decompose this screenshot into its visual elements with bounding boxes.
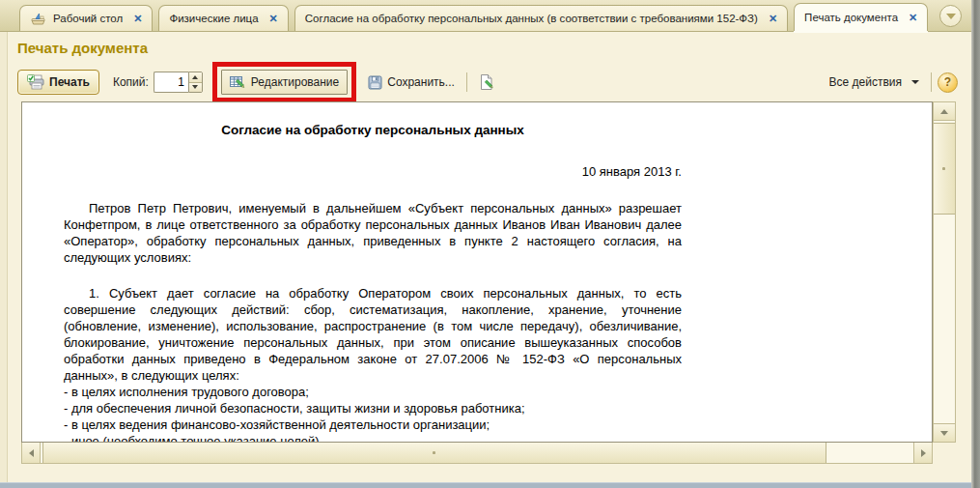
spin-down-icon[interactable] [189,83,202,93]
help-button[interactable]: ? [938,72,958,93]
question-icon: ? [944,75,951,89]
tab-individuals[interactable]: Физические лица ✕ [158,5,288,31]
document-viewer: Согласие на обработку персональных данны… [21,101,956,464]
print-form: Печать документа Печать Копий: [8,32,971,482]
edit-button[interactable]: Редактирование [221,70,348,95]
vertical-scrollbar[interactable] [933,101,956,443]
document-preview: Согласие на обработку персональных данны… [21,101,933,443]
scroll-up-button[interactable] [934,102,955,121]
arrow-left-icon [29,449,34,457]
toolbar-separator [931,72,932,92]
spin-up-icon[interactable] [189,72,202,83]
arrow-up-icon [940,109,948,114]
save-button-label: Сохранить... [387,75,455,89]
print-button[interactable]: Печать [17,70,99,95]
list-item: - для обеспечения личной безопасности, з… [64,400,682,416]
document-page: Согласие на обработку персональных данны… [64,122,682,443]
save-button[interactable]: Сохранить... [362,72,461,94]
copies-label: Копий: [113,75,149,89]
horizontal-scrollbar[interactable] [21,443,933,464]
page-edit-icon [479,74,494,90]
tab-list-button[interactable] [939,5,962,27]
list-item: - иное (необходимо точное указание целей… [64,433,682,443]
arrow-down-icon [940,431,948,436]
tab-label: Физические лица [169,13,258,24]
table-edit-icon [230,74,246,90]
close-tab-icon[interactable]: ✕ [909,12,917,24]
document-title: Согласие на обработку персональных данны… [64,122,682,138]
copies-input[interactable] [154,72,188,93]
highlight-annotation: Редактирование [212,62,356,102]
scroll-right-button[interactable] [913,443,932,463]
copies-spin-buttons[interactable] [188,72,203,93]
edit-button-label: Редактирование [251,75,339,89]
page-edit-button[interactable] [473,71,500,94]
document-paragraph: Петров Петр Петрович, именуемый в дальне… [64,200,682,266]
window-edge-right [971,0,980,488]
vertical-scroll-thumb[interactable] [934,123,955,215]
tab-label: Печать документа [804,12,898,23]
arrow-right-icon [921,449,926,457]
list-item: - в целях ведения финансово-хозяйственно… [64,416,682,433]
window-edge-bottom [0,482,971,488]
close-tab-icon[interactable]: ✕ [769,13,777,25]
scrollbar-corner [933,443,956,464]
all-actions-label: Все действия [829,75,902,89]
window-edge-left [0,32,8,482]
tab-label: Рабочий стол [53,13,123,24]
all-actions-button[interactable]: Все действия [824,72,925,93]
toolbar-separator [466,72,467,92]
copies-stepper [154,72,203,93]
scroll-left-button[interactable] [22,443,41,463]
tab-desktop[interactable]: Рабочий стол ✕ [19,5,153,31]
desktop-icon [30,12,46,26]
document-paragraph: 1. Субъект дает согласие на обработку Оп… [64,285,682,384]
print-document-window: Рабочий стол ✕ Физические лица ✕ Согласи… [0,0,980,488]
tab-label: Согласие на обработку персональных данны… [305,13,758,24]
floppy-icon [368,75,382,90]
document-date: 10 января 2013 г. [64,163,682,180]
page-title: Печать документа [17,40,148,56]
tab-print-document[interactable]: Печать документа ✕ [794,3,928,31]
tab-bar: Рабочий стол ✕ Физические лица ✕ Согласи… [0,0,971,32]
chevron-down-icon [946,14,956,19]
printer-icon [27,74,44,90]
close-tab-icon[interactable]: ✕ [133,13,142,25]
tab-consent-form[interactable]: Согласие на обработку персональных данны… [294,5,788,31]
purpose-list: - в целях исполнения трудового договора;… [64,384,682,443]
close-tab-icon[interactable]: ✕ [269,13,278,25]
horizontal-scroll-thumb[interactable] [42,443,826,463]
toolbar: Печать Копий: [17,65,966,100]
list-item: - в целях исполнения трудового договора; [64,384,682,400]
dropdown-arrow-icon [911,80,919,84]
print-button-label: Печать [49,75,90,89]
scroll-down-button[interactable] [934,423,955,442]
